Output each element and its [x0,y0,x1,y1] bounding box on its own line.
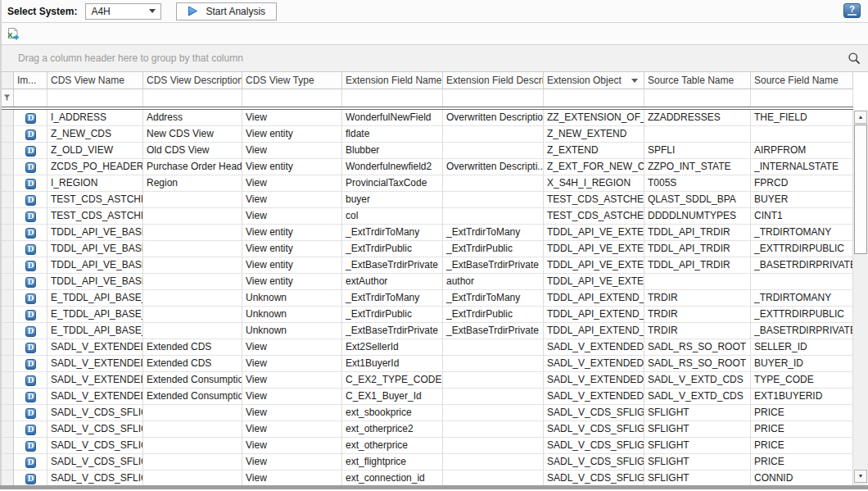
cell-source_table[interactable]: TRDIR [644,290,751,307]
cell-desc[interactable] [143,274,242,290]
cell-source_table[interactable]: ZZPO_INT_STATE [644,159,751,175]
cell-source_field[interactable]: BUYER [751,192,853,208]
cell-source_table[interactable]: SADL_V_EXTD_CDS [644,389,751,405]
cell-desc[interactable]: Extended Consumptio... [143,389,242,405]
column-header-source_table[interactable]: Source Table Name [644,72,751,89]
cell-ext_field_desc[interactable] [443,192,544,208]
cell-name[interactable]: I_REGION [47,175,143,192]
cell-desc[interactable] [143,421,242,438]
table-row[interactable]: DSADL_V_EXTENDED_...Extended CDSViewExt2… [0,339,868,356]
filter-cell-source_field[interactable] [751,89,853,107]
cell-type[interactable]: View [242,110,342,126]
cell-type[interactable]: View [242,208,342,225]
cell-type[interactable]: View entity [242,274,342,290]
scrollbar-thumb[interactable] [854,125,867,254]
table-row[interactable]: DZCDS_PO_HEADERPurchase Order HeaderView… [0,159,868,175]
table-row[interactable]: DSADL_V_CDS_SFLIGH...Viewext_otherprice2… [0,421,868,438]
cell-source_table[interactable]: DDDDLNUMTYPES [644,208,751,225]
cell-desc[interactable]: Address [143,110,242,126]
cell-ext_field[interactable]: ext_sbookprice [342,405,443,421]
cell-name[interactable]: TDDL_API_VE_BASE_... [47,225,143,241]
cell-ext_object[interactable]: TDDL_API_VE_EXTEN... [544,225,644,241]
cell-name[interactable]: ZCDS_PO_HEADER [47,159,143,175]
bottom-splitter-bar[interactable] [0,485,868,489]
cell-type[interactable]: Unknown [242,290,342,307]
cell-source_field[interactable]: FPRCD [751,175,853,192]
cell-source_field[interactable]: _TRDIRTOMANY [751,290,853,307]
cell-ext_field_desc[interactable] [443,454,544,471]
scroll-up-icon[interactable]: ▲ [854,111,867,124]
cell-desc[interactable] [143,454,242,471]
cell-ext_field[interactable]: Ext2SellerId [342,339,443,356]
filter-cell-name[interactable] [47,89,143,107]
cell-ext_field_desc[interactable] [443,126,544,143]
filter-cell-desc[interactable] [143,89,242,107]
cell-ext_field_desc[interactable] [443,421,544,438]
cell-name[interactable]: TEST_CDS_ASTCHEC... [47,208,143,225]
cell-name[interactable]: TDDL_API_VE_BASE_... [47,257,143,274]
cell-name[interactable]: SADL_V_CDS_SFLIGH... [47,471,143,487]
cell-type[interactable]: View [242,454,342,471]
cell-source_field[interactable]: CINT1 [751,208,853,225]
cell-name[interactable]: SADL_V_CDS_SFLIGH... [47,454,143,471]
cell-desc[interactable] [143,225,242,241]
cell-source_table[interactable]: TRDIR [644,323,751,339]
cell-source_table[interactable]: SFLIGHT [644,454,751,471]
cell-source_table[interactable]: TDDL_API_TRDIR [644,241,751,257]
table-row[interactable]: DZ_OLD_VIEWOld CDS ViewViewBlubberZ_EXTE… [0,143,868,159]
cell-source_table[interactable]: T005S [644,175,751,192]
cell-ext_field[interactable]: col [342,208,443,225]
cell-ext_field[interactable]: C_EX1_Buyer_Id [342,389,443,405]
cell-ext_field[interactable]: _ExtBaseTrdirPrivate [342,323,443,339]
cell-source_table[interactable]: TDDL_API_TRDIR [644,225,751,241]
cell-desc[interactable] [143,208,242,225]
cell-type[interactable]: View [242,389,342,405]
cell-source_field[interactable]: TYPE_CODE [751,372,853,389]
cell-ext_field[interactable]: ProvincialTaxCode [342,175,443,192]
cell-ext_field_desc[interactable] [443,143,544,159]
table-row[interactable]: DTDDL_API_VE_BASE_...View entity_ExtTrdi… [0,241,868,257]
cell-ext_field_desc[interactable] [443,389,544,405]
cell-ext_object[interactable]: TDDL_API_EXTEND_1 [544,307,644,323]
cell-ext_field_desc[interactable] [443,175,544,192]
cell-type[interactable]: View [242,421,342,438]
cell-source_table[interactable]: SFLIGHT [644,438,751,454]
cell-ext_field[interactable]: _ExtBaseTrdirPrivate [342,257,443,274]
cell-source_field[interactable]: AIRPFROM [751,143,853,159]
table-row[interactable]: DSADL_V_CDS_SFLIGH...Viewext_otherpriceS… [0,438,868,454]
cell-type[interactable]: Unknown [242,307,342,323]
cell-desc[interactable]: Region [143,175,242,192]
cell-desc[interactable]: Extended CDS [143,339,242,356]
table-row[interactable]: DSADL_V_CDS_SFLIGH...Viewext_flightprice… [0,454,868,471]
cell-name[interactable]: E_TDDL_API_BASE_V... [47,323,143,339]
cell-desc[interactable]: Extended CDS [143,356,242,372]
cell-ext_field_desc[interactable] [443,372,544,389]
cell-ext_object[interactable]: Z_EXTEND [544,143,644,159]
cell-desc[interactable] [143,405,242,421]
column-header-type[interactable]: CDS View Type [242,72,342,89]
table-row[interactable]: DSADL_V_EXTENDED_...Extended Consumptio.… [0,389,868,405]
filter-cell-ext_field[interactable] [342,89,443,107]
cell-ext_object[interactable]: Z_NEW_EXTEND [544,126,644,143]
cell-type[interactable]: View [242,471,342,487]
cell-type[interactable]: View [242,339,342,356]
export-to-excel-button[interactable]: X [4,25,20,42]
cell-name[interactable]: E_TDDL_API_BASE_V... [47,290,143,307]
filter-cell-im[interactable] [14,89,47,107]
cell-ext_field_desc[interactable]: _ExtBaseTrdirPrivate [443,257,544,274]
cell-type[interactable]: View entity [242,225,342,241]
table-row[interactable]: DI_ADDRESSAddressViewWonderfulNewFieldOv… [0,110,868,126]
cell-source_field[interactable]: CONNID [751,471,853,487]
cell-ext_field_desc[interactable] [443,356,544,372]
cell-desc[interactable] [143,290,242,307]
cell-ext_field_desc[interactable] [443,208,544,225]
cell-source_field[interactable]: _INTERNALSTATE [751,159,853,175]
cell-ext_object[interactable]: TEST_CDS_ASTCHEC... [544,192,644,208]
cell-source_field[interactable]: _BASETRDIRPRIVATE [751,323,853,339]
cell-ext_field[interactable]: _ExtTrdirToMany [342,290,443,307]
table-row[interactable]: DI_REGIONRegionViewProvincialTaxCodeX_S4… [0,175,868,192]
cell-ext_object[interactable]: TDDL_API_VE_EXTEN... [544,257,644,274]
filter-dropdown-icon[interactable] [631,79,638,83]
table-row[interactable]: DSADL_V_EXTENDED_...Extended Consumptio.… [0,372,868,389]
cell-source_field[interactable] [751,274,853,290]
